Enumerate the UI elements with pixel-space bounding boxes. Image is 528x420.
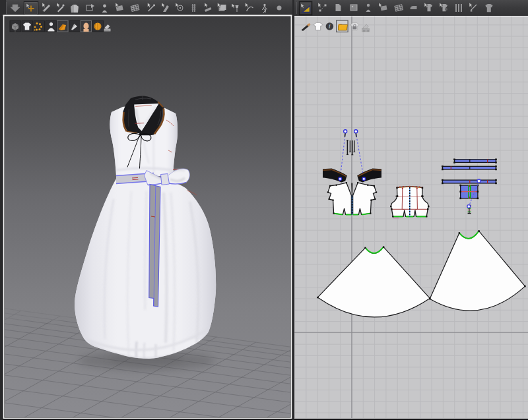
svg-text:i: i — [329, 23, 331, 30]
